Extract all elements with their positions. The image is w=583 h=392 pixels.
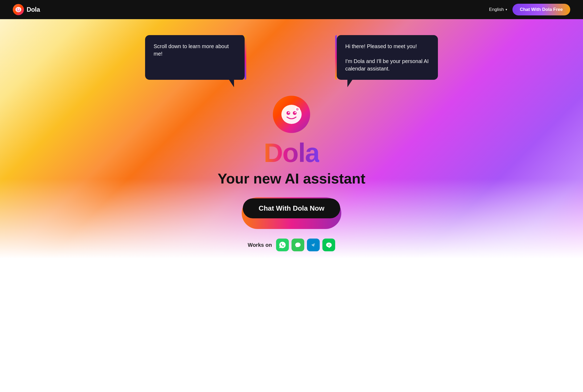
dola-name-text: Dola xyxy=(264,139,319,166)
svg-point-8 xyxy=(294,112,296,113)
svg-point-1 xyxy=(17,9,18,10)
hero-tagline: Your new AI assistant xyxy=(217,170,365,187)
whatsapp-icon[interactable] xyxy=(276,239,289,251)
right-bubble-line1: Hi there! Pleased to meet you! xyxy=(345,43,429,50)
works-on-label: Works on xyxy=(248,242,272,248)
hero-center: Dola Your new AI assistant Chat With Dol… xyxy=(217,96,365,251)
logo[interactable]: Dola xyxy=(13,4,40,15)
language-selector[interactable]: English ▾ xyxy=(489,7,507,12)
svg-point-10 xyxy=(296,108,299,111)
svg-point-7 xyxy=(288,112,289,113)
logo-icon xyxy=(13,4,24,15)
svg-point-5 xyxy=(286,111,290,115)
right-bubble-line2: I'm Dola and I'll be your personal AI ca… xyxy=(345,57,429,72)
chat-bubbles: Scroll down to learn more about me! Hi t… xyxy=(145,19,438,80)
left-chat-bubble: Scroll down to learn more about me! xyxy=(145,35,246,80)
navbar-right: English ▾ Chat With Dola Free xyxy=(489,4,570,15)
left-bubble-text: Scroll down to learn more about me! xyxy=(154,43,229,57)
nav-cta-button[interactable]: Chat With Dola Free xyxy=(512,4,570,15)
chevron-down-icon: ▾ xyxy=(506,8,507,11)
line-icon[interactable] xyxy=(322,239,335,251)
logo-text: Dola xyxy=(27,6,40,13)
cta-button-wrapper[interactable]: Chat With Dola Now xyxy=(242,197,342,229)
app-icons-list xyxy=(276,239,335,251)
hero-cta-button[interactable]: Chat With Dola Now xyxy=(243,198,340,218)
navbar: Dola English ▾ Chat With Dola Free xyxy=(0,0,583,19)
works-on-section: Works on xyxy=(248,239,335,251)
language-label: English xyxy=(489,7,504,12)
dola-avatar xyxy=(273,96,310,133)
telegram-icon[interactable] xyxy=(307,239,320,251)
right-chat-bubble: Hi there! Pleased to meet you! I'm Dola … xyxy=(337,35,438,80)
hero-section: Scroll down to learn more about me! Hi t… xyxy=(0,19,583,258)
imessage-icon[interactable] xyxy=(292,239,304,251)
svg-point-3 xyxy=(19,7,21,9)
svg-point-6 xyxy=(293,111,297,115)
